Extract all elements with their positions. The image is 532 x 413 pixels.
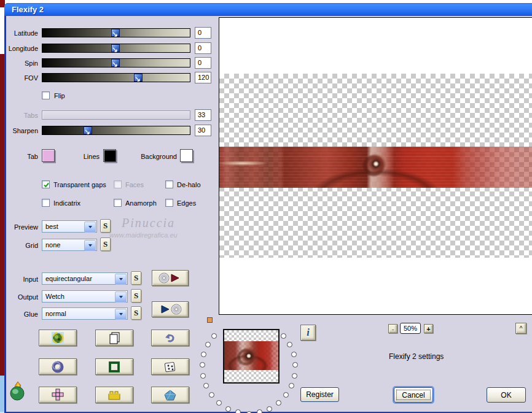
ring-dot	[205, 342, 211, 347]
focus-outline	[396, 390, 431, 400]
ring-dot	[200, 362, 205, 368]
latitude-value[interactable]: 0	[195, 27, 211, 39]
longitude-value[interactable]: 0	[195, 42, 211, 54]
flame-pear-icon	[8, 380, 28, 403]
load-settings-button[interactable]	[152, 270, 189, 286]
zoom-in-button[interactable]: +	[424, 324, 433, 333]
de-halo-label: De-halo	[177, 180, 201, 189]
longitude-label: Longitude	[6, 44, 38, 53]
preview-mode-select[interactable]: best	[42, 220, 97, 233]
sharpen-value[interactable]: 30	[195, 125, 211, 136]
input-s-button[interactable]: S	[131, 271, 141, 285]
anamorph-checkbox[interactable]	[114, 199, 122, 207]
sharpen-slider-handle[interactable]	[84, 126, 92, 134]
blocks-button[interactable]	[95, 387, 133, 403]
indicatrix-checkbox[interactable]	[42, 199, 50, 207]
register-button[interactable]: Register	[300, 387, 339, 402]
chevron-down-icon[interactable]	[115, 309, 127, 320]
background-color-swatch[interactable]	[180, 149, 193, 162]
faces-checkbox	[114, 180, 122, 188]
anamorph-label: Anamorph	[125, 199, 157, 207]
thumbnail-image-strip	[224, 341, 278, 370]
chevron-down-icon[interactable]	[84, 240, 96, 251]
save-settings-button[interactable]	[152, 301, 189, 317]
chevron-down-icon[interactable]	[115, 274, 127, 285]
plus-icon: +	[426, 325, 430, 333]
cube-net-cross-icon	[50, 388, 66, 402]
tab-color-label: Tab	[12, 152, 38, 161]
watermark-name: Pinuccia	[122, 216, 195, 230]
frame-button[interactable]	[95, 358, 133, 375]
edges-label: Edges	[177, 199, 196, 207]
lines-color-label: Lines	[74, 152, 100, 161]
ok-button[interactable]: OK	[487, 387, 526, 403]
lines-color-swatch[interactable]	[103, 149, 116, 162]
zoom-out-button[interactable]: -	[388, 324, 397, 333]
output-select[interactable]: Wetch	[42, 290, 128, 303]
thumbnail-preview[interactable]	[223, 329, 280, 384]
longitude-slider-handle[interactable]	[111, 44, 120, 52]
lego-brick-icon	[107, 389, 122, 401]
latitude-slider[interactable]	[42, 28, 190, 37]
glue-label: Glue	[9, 310, 38, 318]
input-label: Input	[9, 275, 38, 284]
fov-slider[interactable]	[42, 73, 190, 82]
transparent-gaps-checkbox[interactable]	[42, 180, 50, 188]
polyhedron-button[interactable]	[151, 387, 189, 403]
collapse-button[interactable]: ^	[515, 323, 526, 334]
chevron-down-icon[interactable]	[84, 222, 96, 233]
spin-value[interactable]: 0	[195, 57, 211, 69]
preview-s-button[interactable]: S	[100, 219, 111, 233]
de-halo-checkbox[interactable]	[165, 180, 173, 188]
edges-checkbox[interactable]	[165, 199, 173, 207]
info-button[interactable]: i	[300, 325, 316, 341]
check-icon	[43, 182, 50, 188]
flaming-pear-logo[interactable]	[8, 380, 28, 403]
ring-dot	[257, 409, 262, 413]
polyhedron-icon	[163, 389, 177, 401]
glue-value: normal	[45, 310, 66, 317]
preview-photo-button[interactable]	[39, 330, 77, 346]
ring-dot	[211, 333, 217, 339]
ring-button[interactable]	[39, 358, 77, 375]
ring-dot	[235, 409, 241, 413]
unfold-cube-button[interactable]	[39, 387, 77, 403]
cancel-button[interactable]: Cancel	[394, 387, 433, 403]
background-color-label: Background	[136, 152, 177, 161]
longitude-slider[interactable]	[42, 44, 190, 53]
undo-button[interactable]	[151, 330, 189, 346]
ring-dot	[281, 333, 286, 339]
input-select[interactable]: equirectangular	[42, 272, 128, 285]
tab-color-swatch[interactable]	[42, 149, 55, 162]
random-button[interactable]	[151, 358, 189, 375]
undo-arrow-icon	[163, 332, 177, 344]
spin-label: Spin	[6, 59, 38, 68]
glue-s-button[interactable]: S	[131, 306, 141, 320]
fov-label: FOV	[6, 74, 38, 82]
fov-value[interactable]: 120	[195, 72, 211, 83]
latitude-slider-handle[interactable]	[111, 29, 120, 37]
sharpen-slider[interactable]	[42, 126, 190, 135]
faces-label: Faces	[125, 180, 144, 189]
spin-slider-handle[interactable]	[111, 59, 120, 67]
output-s-button[interactable]: S	[131, 289, 141, 303]
chevron-down-icon[interactable]	[115, 291, 127, 303]
glue-select[interactable]: normal	[42, 307, 128, 320]
preview-image-strip[interactable]	[219, 147, 532, 188]
ring-dot	[276, 400, 281, 406]
ring-dot	[287, 342, 292, 347]
ring-dot	[225, 406, 231, 412]
titlebar[interactable]: Flexify 2	[4, 3, 532, 16]
sharpen-label: Sharpen	[6, 126, 38, 135]
copy-settings-button[interactable]	[95, 330, 133, 346]
flip-checkbox[interactable]	[42, 91, 50, 99]
copy-pages-icon	[108, 331, 120, 345]
spin-slider[interactable]	[42, 58, 190, 68]
grid-s-button[interactable]: S	[100, 237, 111, 251]
fov-slider-handle[interactable]	[134, 74, 143, 82]
grid-select[interactable]: none	[42, 239, 97, 251]
ok-button-label: OK	[501, 391, 511, 399]
tabs-value: 33	[195, 109, 211, 121]
grid-value: none	[45, 241, 60, 249]
cd-play-icon	[158, 272, 182, 284]
